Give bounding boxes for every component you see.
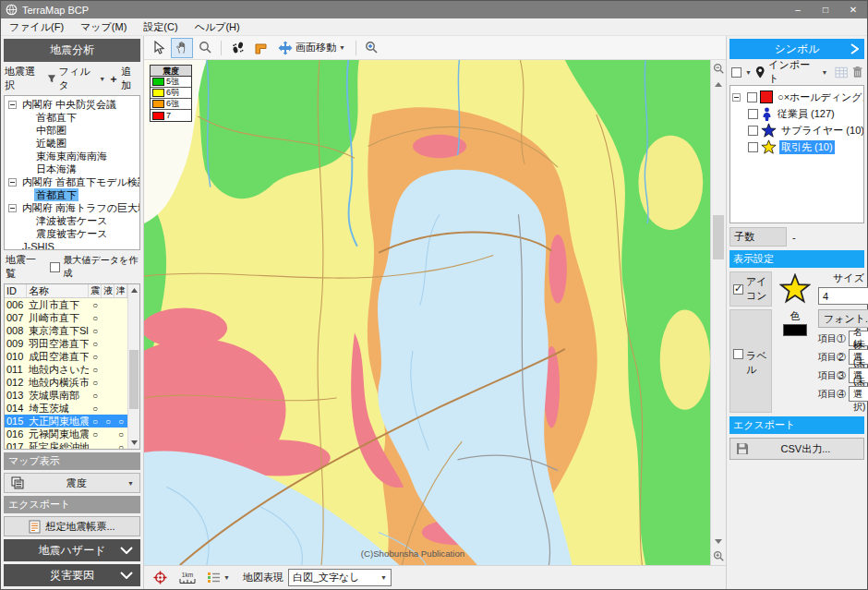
- label-color-swatch[interactable]: [783, 324, 807, 336]
- map-style-combo[interactable]: 白図_文字なし ▼: [288, 569, 392, 586]
- filter-button[interactable]: フィルタ: [59, 65, 97, 92]
- menu-item[interactable]: マップ(M): [72, 18, 135, 36]
- icon-checkbox-panel[interactable]: アイコン: [729, 271, 772, 307]
- tree-expander-icon[interactable]: [8, 204, 17, 212]
- table-row[interactable]: 009羽田空港直下○: [5, 337, 139, 350]
- symbol-visibility-checkbox[interactable]: [748, 109, 758, 119]
- table-row[interactable]: 014埼玉茨城○: [5, 402, 139, 415]
- minimize-button[interactable]: –: [784, 1, 812, 18]
- quake-tree-item[interactable]: 首都直下: [5, 111, 139, 124]
- map-vertical-scrollbar[interactable]: [710, 60, 726, 565]
- scale-bar-button[interactable]: 1km: [175, 568, 199, 588]
- quake-tree-item[interactable]: 中部圏: [5, 124, 139, 137]
- quake-tree-item[interactable]: 日本海溝: [5, 163, 139, 175]
- map-scroll-track[interactable]: [711, 90, 726, 535]
- column-header[interactable]: 液: [102, 284, 115, 297]
- symbol-tree-item[interactable]: ○×ホールディングス (3): [732, 89, 862, 105]
- map-display-combo[interactable]: 震度 ▼: [4, 473, 140, 493]
- quake-tree-item[interactable]: 内閣府 首都直下モデル検討会: [5, 175, 139, 188]
- symbol-visibility-checkbox[interactable]: [747, 92, 757, 102]
- filter-caret-icon[interactable]: ▼: [99, 76, 105, 82]
- select-tool-button[interactable]: [148, 38, 170, 58]
- table-row[interactable]: 006立川市直下○: [5, 298, 139, 311]
- symbol-tree-item[interactable]: サプライヤー (10): [732, 122, 862, 138]
- table-row[interactable]: 017延宝房総沖地震○: [5, 440, 139, 450]
- table-row[interactable]: 010成田空港直下○: [5, 350, 139, 363]
- quake-table-scrollbar[interactable]: [127, 284, 139, 449]
- map-scroll-down-icon[interactable]: [711, 535, 727, 548]
- table-row[interactable]: 012地殻内横浜市○: [5, 376, 139, 389]
- table-row[interactable]: 008東京湾直下Slab○: [5, 324, 139, 337]
- close-button[interactable]: ✕: [839, 1, 867, 18]
- column-header[interactable]: 震: [89, 284, 102, 297]
- area-corner-tool-button[interactable]: [249, 38, 271, 58]
- legend-list-button[interactable]: ▼: [204, 568, 233, 588]
- label-checkbox[interactable]: [733, 349, 743, 359]
- legend-row: 7: [151, 110, 191, 121]
- table-row[interactable]: 013茨城県南部○: [5, 389, 139, 402]
- symbol-tree-item[interactable]: 取引先 (10): [732, 138, 862, 155]
- quake-tree-item[interactable]: 震度被害ケース: [5, 227, 139, 240]
- quake-tree-item[interactable]: 内閣府 南海トラフの巨大地震モデル検: [5, 201, 139, 214]
- symbol-tree-item[interactable]: 従業員 (127): [732, 105, 862, 122]
- hazard-section-bar[interactable]: 地震ハザード: [4, 539, 140, 561]
- zoom-in-button[interactable]: [711, 548, 727, 565]
- left-export-section-header: エクスポート: [4, 496, 140, 513]
- max-data-checkbox[interactable]: [50, 262, 60, 272]
- maximize-button[interactable]: □: [812, 1, 839, 18]
- column-header[interactable]: 津: [115, 284, 127, 297]
- quake-tree-item[interactable]: 東海東南海南海: [5, 150, 139, 163]
- map-scroll-thumb[interactable]: [713, 215, 724, 259]
- field-combo[interactable]: (未選択)▼: [849, 386, 868, 402]
- tree-expander-icon[interactable]: [8, 101, 17, 109]
- tree-item-label: 日本海溝: [34, 163, 78, 175]
- quake-tree-item[interactable]: 近畿圏: [5, 137, 139, 150]
- symbol-panel-title[interactable]: シンボル: [729, 39, 864, 59]
- import-button[interactable]: インポート: [768, 58, 817, 86]
- scroll-up-icon[interactable]: [128, 284, 139, 296]
- add-quake-button[interactable]: 追加: [121, 65, 139, 92]
- symbol-visibility-checkbox[interactable]: [748, 142, 758, 152]
- report-button[interactable]: 想定地震帳票...: [4, 516, 140, 536]
- quake-tree-item[interactable]: J-SHIS: [5, 240, 139, 250]
- menu-item[interactable]: 設定(C): [135, 18, 186, 36]
- pin-icon: [755, 66, 765, 79]
- zoom-select-tool-button[interactable]: [361, 38, 383, 58]
- map-scroll-up-icon[interactable]: [711, 78, 727, 90]
- tree-expander-icon[interactable]: [732, 93, 741, 102]
- csv-export-button[interactable]: CSV出力...: [729, 438, 864, 460]
- symbol-shape-caret-icon[interactable]: ▼: [745, 69, 752, 76]
- table-row[interactable]: 015大正関東地震○○○: [5, 415, 139, 427]
- quake-tree-item[interactable]: 内閣府 中央防災会議: [5, 98, 139, 111]
- legend-row: 6強: [151, 99, 191, 110]
- table-row[interactable]: 016元禄関東地震○○: [5, 427, 139, 440]
- symbol-visibility-checkbox[interactable]: [748, 126, 758, 136]
- column-header[interactable]: ID: [5, 284, 27, 297]
- zoom-out-button[interactable]: [711, 60, 727, 78]
- measure-route-tool-button[interactable]: [226, 38, 248, 58]
- scroll-down-icon[interactable]: [128, 437, 139, 449]
- icon-checkbox[interactable]: [733, 284, 743, 295]
- disaster-factor-section-bar[interactable]: 災害要因: [4, 564, 140, 586]
- tree-expander-icon[interactable]: [8, 178, 17, 187]
- center-target-button[interactable]: [149, 568, 171, 588]
- right-export-header: エクスポート: [729, 416, 864, 434]
- screen-move-button[interactable]: 画面移動 ▼: [272, 38, 351, 58]
- menu-item[interactable]: ヘルプ(H): [187, 18, 248, 36]
- pan-hand-tool-button[interactable]: [171, 38, 193, 58]
- trash-icon[interactable]: [852, 66, 862, 78]
- label-checkbox-panel[interactable]: ラベル: [729, 309, 772, 413]
- scrollbar-thumb[interactable]: [129, 350, 139, 409]
- zoom-tool-button[interactable]: [194, 38, 216, 58]
- menu-item[interactable]: ファイル(F): [1, 18, 72, 36]
- map-canvas[interactable]: (C)Shobunsha Publication: [144, 60, 710, 565]
- quake-tree-item[interactable]: 首都直下: [5, 188, 139, 201]
- footprints-icon: [232, 42, 244, 54]
- table-row[interactable]: 011地殻内さいたま市○: [5, 363, 139, 376]
- table-row[interactable]: 007川崎市直下○: [5, 311, 139, 324]
- quake-tree-item[interactable]: 津波被害ケース: [5, 214, 139, 227]
- size-combo[interactable]: 4 ▼: [818, 287, 868, 305]
- symbol-shape-button[interactable]: [731, 67, 741, 78]
- column-header[interactable]: 名称: [27, 284, 89, 297]
- import-caret-icon[interactable]: ▼: [821, 69, 827, 76]
